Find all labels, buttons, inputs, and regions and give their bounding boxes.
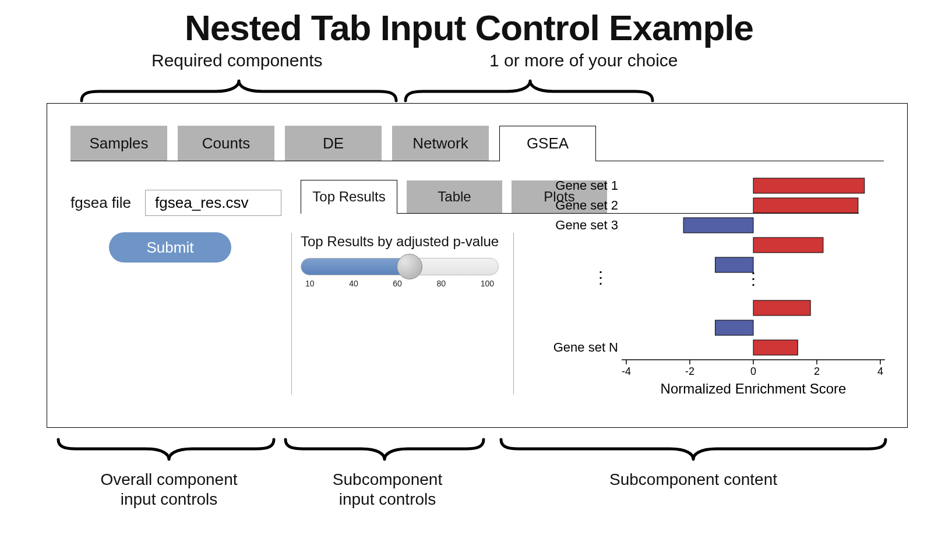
slider-tick: 80 <box>436 279 446 288</box>
main-tabs: Samples Counts DE Network GSEA <box>70 114 884 161</box>
tab-gsea[interactable]: GSEA <box>499 126 596 161</box>
fgsea-file-input[interactable] <box>145 190 281 216</box>
svg-rect-6 <box>753 238 823 253</box>
svg-text:⋮: ⋮ <box>593 268 609 286</box>
tab-de[interactable]: DE <box>285 126 382 161</box>
subtab-table[interactable]: Table <box>407 180 502 213</box>
slider-ticks: 10 40 60 80 100 <box>301 279 499 288</box>
slider-tick: 60 <box>393 279 402 288</box>
slider-tick: 40 <box>349 279 358 288</box>
svg-text:-2: -2 <box>685 366 694 377</box>
slider-knob[interactable] <box>397 254 422 279</box>
panel-content: fgsea file Submit Top Results Table Plot… <box>70 169 884 418</box>
svg-text:4: 4 <box>877 366 883 377</box>
svg-text:Gene set N: Gene set N <box>553 340 618 355</box>
subcomponent-input-controls: Top Results Table Plots Top Results by a… <box>301 169 509 418</box>
svg-text:⋮: ⋮ <box>745 270 761 288</box>
bottom-annotation-row: Overall componentinput controls Subcompo… <box>0 434 938 521</box>
svg-rect-12 <box>753 340 798 355</box>
slider-fill <box>301 258 410 275</box>
svg-text:Gene set 1: Gene set 1 <box>555 178 618 193</box>
label-overall-inputs: Overall componentinput controls <box>96 470 242 509</box>
svg-text:2: 2 <box>814 366 820 377</box>
svg-rect-4 <box>683 218 753 233</box>
svg-text:Normalized Enrichment Score: Normalized Enrichment Score <box>661 381 847 396</box>
column-divider-2 <box>513 233 514 395</box>
svg-text:Gene set 2: Gene set 2 <box>555 198 618 212</box>
chart-svg: Gene set 1Gene set 2Gene set 3⋮⋮Gene set… <box>519 173 892 418</box>
slider-tick: 100 <box>481 279 494 288</box>
tab-counts[interactable]: Counts <box>178 126 274 161</box>
fgsea-file-label: fgsea file <box>70 194 131 212</box>
column-divider-1 <box>291 233 292 395</box>
tab-network[interactable]: Network <box>392 126 489 161</box>
subtab-top-results[interactable]: Top Results <box>301 180 397 213</box>
slider-tick: 10 <box>305 279 315 288</box>
svg-text:-4: -4 <box>622 366 631 377</box>
svg-rect-11 <box>715 320 753 335</box>
tab-samples[interactable]: Samples <box>70 126 167 161</box>
overall-input-controls: fgsea file Submit <box>70 169 286 418</box>
annotation-braces-bottom <box>0 434 938 469</box>
main-panel: Samples Counts DE Network GSEA fgsea fil… <box>47 103 908 428</box>
svg-text:Gene set 3: Gene set 3 <box>555 218 618 232</box>
page-title: Nested Tab Input Control Example <box>0 7 938 48</box>
svg-rect-2 <box>753 198 858 213</box>
submit-button[interactable]: Submit <box>109 232 231 263</box>
label-subcomponent-inputs: Subcomponentinput controls <box>323 470 452 509</box>
top-annotation-row: Required components 1 or more of your ch… <box>0 51 938 103</box>
label-required-components: Required components <box>151 51 323 70</box>
subcomponent-content: Gene set 1Gene set 2Gene set 3⋮⋮Gene set… <box>519 169 884 418</box>
svg-text:0: 0 <box>750 366 756 377</box>
svg-rect-10 <box>753 300 810 316</box>
label-one-or-more: 1 or more of your choice <box>489 51 678 70</box>
nes-bar-chart: Gene set 1Gene set 2Gene set 3⋮⋮Gene set… <box>519 169 884 418</box>
label-subcomponent-content: Subcomponent content <box>600 470 787 490</box>
annotation-braces-top <box>0 72 938 107</box>
svg-rect-0 <box>753 178 865 193</box>
slider-title: Top Results by adjusted p-value <box>301 233 509 250</box>
pvalue-slider[interactable] <box>301 258 499 275</box>
